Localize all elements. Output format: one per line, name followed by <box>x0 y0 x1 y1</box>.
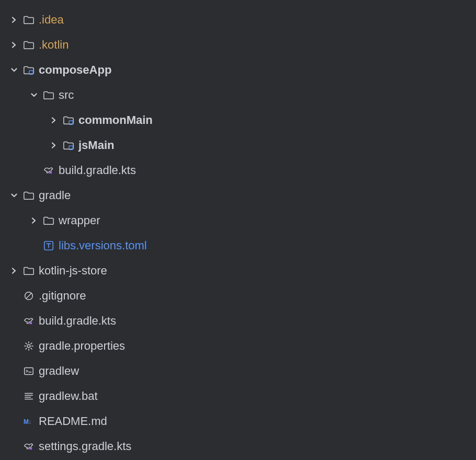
file-row-root-build-gradle-kts[interactable]: build.gradle.kts <box>8 308 476 334</box>
module-label: jsMain <box>78 133 114 158</box>
folder-icon <box>43 89 54 101</box>
gradle-kts-icon <box>23 315 35 327</box>
folder-row-gradle[interactable]: gradle <box>8 183 476 208</box>
chevron-right-icon[interactable] <box>8 17 20 23</box>
file-label: .gitignore <box>39 283 86 308</box>
file-label: settings.gradle.kts <box>39 434 131 459</box>
file-row-gradlew-bat[interactable]: gradlew.bat <box>8 384 476 409</box>
gradle-kts-icon <box>23 441 35 452</box>
file-row-libs-versions-toml[interactable]: libs.versions.toml <box>8 233 476 258</box>
terminal-icon <box>23 365 35 377</box>
module-row-jsMain[interactable]: jsMain <box>8 133 476 158</box>
folder-icon <box>23 190 35 201</box>
file-label: libs.versions.toml <box>59 233 147 258</box>
file-row-settings-gradle-kts[interactable]: settings.gradle.kts <box>8 434 476 459</box>
markdown-icon: M↓ <box>23 416 35 427</box>
chevron-right-icon[interactable] <box>28 217 40 224</box>
folder-row-src[interactable]: src <box>8 83 476 108</box>
folder-label: .kotlin <box>39 32 69 58</box>
toml-icon <box>43 240 54 251</box>
module-row-commonMain[interactable]: commonMain <box>8 108 476 133</box>
gradle-kts-icon <box>43 165 54 176</box>
file-row-gradlew[interactable]: gradlew <box>8 359 476 384</box>
gear-icon <box>23 340 35 352</box>
project-tree: .idea .kotlin composeApp src <box>0 0 476 459</box>
module-label: composeApp <box>39 58 111 83</box>
chevron-down-icon[interactable] <box>8 67 20 73</box>
file-row-readme[interactable]: M↓ README.md <box>8 409 476 434</box>
chevron-down-icon[interactable] <box>8 192 20 199</box>
folder-icon <box>43 215 54 226</box>
folder-label: wrapper <box>59 208 100 233</box>
file-row-gitignore[interactable]: .gitignore <box>8 283 476 308</box>
ignore-icon <box>23 290 35 302</box>
module-folder-icon <box>63 140 74 151</box>
module-label: commonMain <box>78 108 153 133</box>
module-row-composeApp[interactable]: composeApp <box>8 58 476 83</box>
svg-point-5 <box>27 344 30 348</box>
folder-label: src <box>59 83 74 108</box>
file-label: gradlew <box>39 359 79 384</box>
svg-text:M↓: M↓ <box>24 418 32 426</box>
folder-label: kotlin-js-store <box>39 258 107 283</box>
file-row-build-gradle-kts[interactable]: build.gradle.kts <box>8 158 476 183</box>
folder-icon <box>23 14 35 26</box>
chevron-right-icon[interactable] <box>48 142 60 148</box>
text-file-icon <box>23 390 35 402</box>
chevron-right-icon[interactable] <box>48 117 60 123</box>
folder-icon <box>23 265 35 277</box>
file-label: gradle.properties <box>39 334 125 359</box>
folder-label: gradle <box>39 183 71 208</box>
folder-icon <box>23 39 35 51</box>
chevron-right-icon[interactable] <box>8 268 20 274</box>
file-label: gradlew.bat <box>39 384 98 409</box>
module-folder-icon <box>63 114 74 126</box>
folder-label: .idea <box>39 7 64 32</box>
chevron-down-icon[interactable] <box>28 92 40 98</box>
folder-row-kotlin-js-store[interactable]: kotlin-js-store <box>8 258 476 283</box>
file-label: build.gradle.kts <box>59 158 136 183</box>
module-folder-icon <box>23 64 35 76</box>
folder-row-wrapper[interactable]: wrapper <box>8 208 476 233</box>
file-row-gradle-properties[interactable]: gradle.properties <box>8 334 476 359</box>
folder-row-idea[interactable]: .idea <box>8 7 476 32</box>
svg-rect-6 <box>25 368 33 375</box>
chevron-right-icon[interactable] <box>8 42 20 48</box>
file-label: README.md <box>39 409 107 434</box>
folder-row-kotlin[interactable]: .kotlin <box>8 32 476 58</box>
file-label: build.gradle.kts <box>39 308 116 334</box>
